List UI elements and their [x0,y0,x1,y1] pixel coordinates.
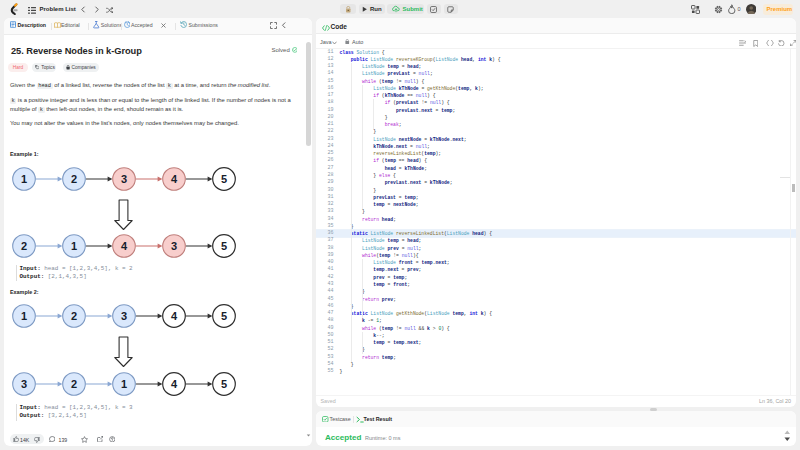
svg-text:4: 4 [121,240,128,252]
svg-text:3: 3 [121,310,127,322]
svg-text:4: 4 [171,173,178,185]
svg-text:5: 5 [221,240,227,252]
svg-text:2: 2 [71,310,77,322]
svg-text:3: 3 [121,173,127,185]
svg-text:4: 4 [171,378,178,390]
svg-text:5: 5 [221,173,227,185]
svg-text:1: 1 [21,310,27,322]
svg-text:2: 2 [71,378,77,390]
svg-text:3: 3 [21,378,27,390]
svg-text:5: 5 [221,310,227,322]
svg-text:1: 1 [21,173,27,185]
svg-text:5: 5 [221,378,227,390]
svg-text:4: 4 [171,310,178,322]
svg-text:1: 1 [121,378,127,390]
svg-text:1: 1 [71,240,77,252]
svg-text:2: 2 [21,240,27,252]
svg-text:2: 2 [71,173,77,185]
svg-text:3: 3 [171,240,177,252]
